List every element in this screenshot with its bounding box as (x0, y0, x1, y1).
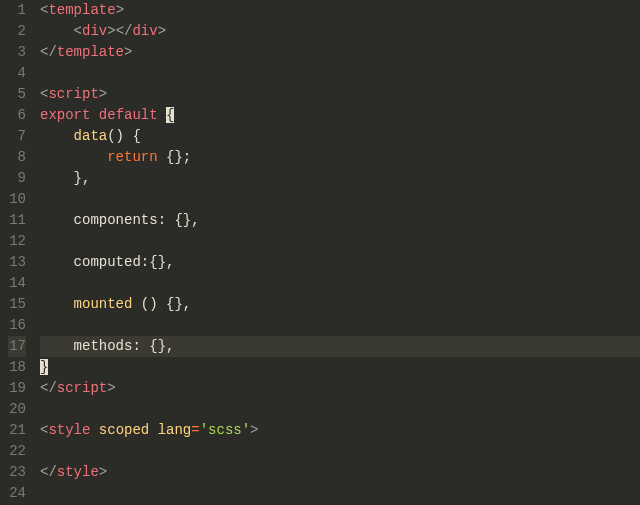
line-number: 24 (8, 483, 26, 504)
code-line: } (40, 357, 640, 378)
line-number: 3 (8, 42, 26, 63)
code-line (40, 273, 640, 294)
line-number-gutter: 1 2 3 4 5 6 7 8 9 10 11 12 13 14 15 16 1… (0, 0, 40, 505)
line-number: 7 (8, 126, 26, 147)
line-number: 20 (8, 399, 26, 420)
line-number: 4 (8, 63, 26, 84)
line-number: 2 (8, 21, 26, 42)
code-line: data() { (40, 126, 640, 147)
line-number: 1 (8, 0, 26, 21)
code-line (40, 483, 640, 504)
code-area[interactable]: <template> <div></div> </template> <scri… (40, 0, 640, 505)
code-line: computed:{}, (40, 252, 640, 273)
line-number: 10 (8, 189, 26, 210)
line-number: 15 (8, 294, 26, 315)
code-line (40, 399, 640, 420)
code-line: <div></div> (40, 21, 640, 42)
code-line: export default { (40, 105, 640, 126)
line-number: 22 (8, 441, 26, 462)
line-number: 8 (8, 147, 26, 168)
code-line: <template> (40, 0, 640, 21)
code-line: </style> (40, 462, 640, 483)
code-line (40, 315, 640, 336)
code-line: components: {}, (40, 210, 640, 231)
code-line: <style scoped lang='scss'> (40, 420, 640, 441)
line-number: 19 (8, 378, 26, 399)
line-number: 13 (8, 252, 26, 273)
line-number: 16 (8, 315, 26, 336)
code-line: mounted () {}, (40, 294, 640, 315)
code-line: </script> (40, 378, 640, 399)
line-number: 5 (8, 84, 26, 105)
code-line: }, (40, 168, 640, 189)
line-number: 6 (8, 105, 26, 126)
line-number: 14 (8, 273, 26, 294)
line-number: 9 (8, 168, 26, 189)
line-number: 21 (8, 420, 26, 441)
code-line (40, 231, 640, 252)
code-line (40, 63, 640, 84)
code-line (40, 189, 640, 210)
line-number: 23 (8, 462, 26, 483)
code-editor[interactable]: 1 2 3 4 5 6 7 8 9 10 11 12 13 14 15 16 1… (0, 0, 640, 505)
line-number: 12 (8, 231, 26, 252)
line-number: 11 (8, 210, 26, 231)
code-line: <script> (40, 84, 640, 105)
line-number: 18 (8, 357, 26, 378)
code-line: </template> (40, 42, 640, 63)
code-line: return {}; (40, 147, 640, 168)
line-number: 17 (8, 336, 26, 357)
code-line (40, 441, 640, 462)
code-line-active: methods: {}, (40, 336, 640, 357)
